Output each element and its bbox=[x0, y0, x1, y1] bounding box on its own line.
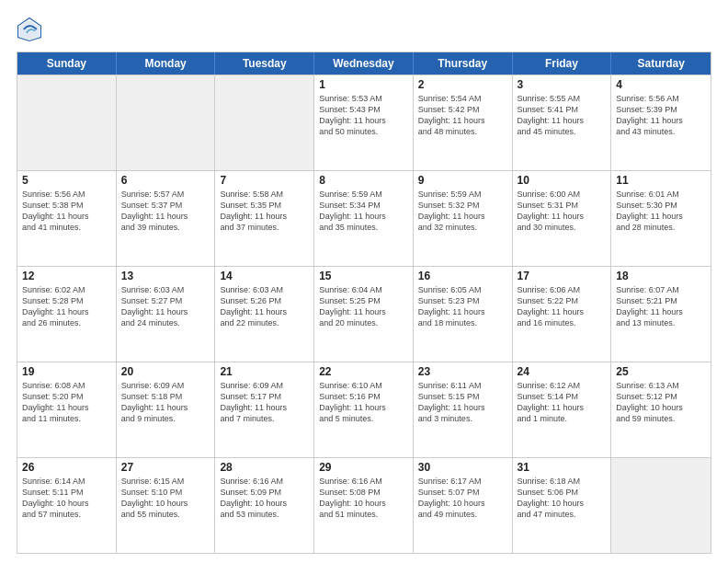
day-number: 22 bbox=[319, 365, 408, 378]
day-number: 17 bbox=[518, 270, 607, 282]
day-info: Sunrise: 5:56 AM Sunset: 5:39 PM Dayligh… bbox=[616, 93, 706, 138]
day-info: Sunrise: 5:55 AM Sunset: 5:41 PM Dayligh… bbox=[518, 93, 607, 138]
day-info: Sunrise: 6:01 AM Sunset: 5:30 PM Dayligh… bbox=[616, 189, 706, 234]
day-number: 14 bbox=[220, 270, 309, 282]
day-info: Sunrise: 6:07 AM Sunset: 5:21 PM Dayligh… bbox=[616, 284, 706, 329]
calendar-cell-3-7: 18Sunrise: 6:07 AM Sunset: 5:21 PM Dayli… bbox=[611, 267, 711, 362]
day-info: Sunrise: 6:13 AM Sunset: 5:12 PM Dayligh… bbox=[616, 380, 706, 425]
day-info: Sunrise: 6:00 AM Sunset: 5:31 PM Dayligh… bbox=[518, 189, 607, 234]
day-number: 24 bbox=[518, 365, 607, 378]
day-info: Sunrise: 5:56 AM Sunset: 5:38 PM Dayligh… bbox=[22, 189, 111, 234]
weekday-header-friday: Friday bbox=[513, 52, 612, 75]
day-number: 30 bbox=[418, 461, 507, 474]
day-number: 3 bbox=[518, 78, 607, 91]
day-number: 7 bbox=[220, 174, 309, 187]
calendar-cell-5-7 bbox=[611, 458, 711, 553]
calendar-header: SundayMondayTuesdayWednesdayThursdayFrid… bbox=[17, 52, 711, 75]
day-number: 21 bbox=[220, 365, 309, 378]
day-number: 4 bbox=[616, 78, 706, 91]
calendar-cell-2-6: 10Sunrise: 6:00 AM Sunset: 5:31 PM Dayli… bbox=[513, 171, 612, 266]
weekday-header-saturday: Saturday bbox=[611, 52, 711, 75]
day-info: Sunrise: 6:10 AM Sunset: 5:16 PM Dayligh… bbox=[319, 380, 408, 425]
day-info: Sunrise: 6:14 AM Sunset: 5:11 PM Dayligh… bbox=[22, 476, 111, 521]
calendar-cell-1-7: 4Sunrise: 5:56 AM Sunset: 5:39 PM Daylig… bbox=[611, 75, 711, 170]
day-number: 28 bbox=[220, 461, 309, 474]
day-number: 6 bbox=[121, 174, 210, 187]
day-info: Sunrise: 6:08 AM Sunset: 5:20 PM Dayligh… bbox=[22, 380, 111, 425]
day-info: Sunrise: 5:58 AM Sunset: 5:35 PM Dayligh… bbox=[220, 189, 309, 234]
day-number: 23 bbox=[418, 365, 507, 378]
calendar-cell-4-7: 25Sunrise: 6:13 AM Sunset: 5:12 PM Dayli… bbox=[611, 362, 711, 457]
weekday-header-sunday: Sunday bbox=[17, 52, 117, 75]
day-number: 27 bbox=[121, 461, 210, 474]
day-info: Sunrise: 6:09 AM Sunset: 5:18 PM Dayligh… bbox=[121, 380, 210, 425]
day-number: 25 bbox=[616, 365, 706, 378]
calendar-cell-3-4: 15Sunrise: 6:04 AM Sunset: 5:25 PM Dayli… bbox=[314, 267, 414, 362]
day-info: Sunrise: 6:03 AM Sunset: 5:27 PM Dayligh… bbox=[121, 284, 210, 329]
calendar-row-3: 12Sunrise: 6:02 AM Sunset: 5:28 PM Dayli… bbox=[17, 266, 711, 362]
calendar: SundayMondayTuesdayWednesdayThursdayFrid… bbox=[17, 52, 711, 554]
weekday-header-monday: Monday bbox=[117, 52, 216, 75]
day-info: Sunrise: 6:18 AM Sunset: 5:06 PM Dayligh… bbox=[518, 476, 607, 521]
day-info: Sunrise: 5:53 AM Sunset: 5:43 PM Dayligh… bbox=[319, 93, 408, 138]
calendar-cell-5-2: 27Sunrise: 6:15 AM Sunset: 5:10 PM Dayli… bbox=[117, 458, 216, 553]
weekday-header-thursday: Thursday bbox=[414, 52, 513, 75]
calendar-cell-5-5: 30Sunrise: 6:17 AM Sunset: 5:07 PM Dayli… bbox=[414, 458, 513, 553]
day-info: Sunrise: 5:59 AM Sunset: 5:32 PM Dayligh… bbox=[418, 189, 507, 234]
day-info: Sunrise: 6:11 AM Sunset: 5:15 PM Dayligh… bbox=[418, 380, 507, 425]
day-info: Sunrise: 6:03 AM Sunset: 5:26 PM Dayligh… bbox=[220, 284, 309, 329]
calendar-cell-4-2: 20Sunrise: 6:09 AM Sunset: 5:18 PM Dayli… bbox=[117, 362, 216, 457]
calendar-cell-1-3 bbox=[215, 75, 314, 170]
calendar-cell-1-4: 1Sunrise: 5:53 AM Sunset: 5:43 PM Daylig… bbox=[314, 75, 414, 170]
day-number: 9 bbox=[418, 174, 507, 187]
calendar-cell-1-6: 3Sunrise: 5:55 AM Sunset: 5:41 PM Daylig… bbox=[513, 75, 612, 170]
calendar-cell-2-3: 7Sunrise: 5:58 AM Sunset: 5:35 PM Daylig… bbox=[215, 171, 314, 266]
calendar-cell-3-6: 17Sunrise: 6:06 AM Sunset: 5:22 PM Dayli… bbox=[513, 267, 612, 362]
calendar-cell-1-2 bbox=[117, 75, 216, 170]
calendar-cell-1-5: 2Sunrise: 5:54 AM Sunset: 5:42 PM Daylig… bbox=[414, 75, 513, 170]
calendar-row-5: 26Sunrise: 6:14 AM Sunset: 5:11 PM Dayli… bbox=[17, 457, 711, 553]
calendar-row-4: 19Sunrise: 6:08 AM Sunset: 5:20 PM Dayli… bbox=[17, 362, 711, 457]
calendar-cell-2-1: 5Sunrise: 5:56 AM Sunset: 5:38 PM Daylig… bbox=[17, 171, 117, 266]
day-info: Sunrise: 6:05 AM Sunset: 5:23 PM Dayligh… bbox=[418, 284, 507, 329]
logo-icon bbox=[17, 17, 42, 42]
day-info: Sunrise: 6:16 AM Sunset: 5:09 PM Dayligh… bbox=[220, 476, 309, 521]
day-info: Sunrise: 5:57 AM Sunset: 5:37 PM Dayligh… bbox=[121, 189, 210, 234]
day-info: Sunrise: 6:16 AM Sunset: 5:08 PM Dayligh… bbox=[319, 476, 408, 521]
day-number: 19 bbox=[22, 365, 111, 378]
calendar-cell-2-7: 11Sunrise: 6:01 AM Sunset: 5:30 PM Dayli… bbox=[611, 171, 711, 266]
calendar-body: 1Sunrise: 5:53 AM Sunset: 5:43 PM Daylig… bbox=[17, 75, 711, 553]
calendar-cell-5-6: 31Sunrise: 6:18 AM Sunset: 5:06 PM Dayli… bbox=[513, 458, 612, 553]
day-info: Sunrise: 6:17 AM Sunset: 5:07 PM Dayligh… bbox=[418, 476, 507, 521]
calendar-cell-4-6: 24Sunrise: 6:12 AM Sunset: 5:14 PM Dayli… bbox=[513, 362, 612, 457]
day-number: 12 bbox=[22, 270, 111, 282]
day-number: 5 bbox=[22, 174, 111, 187]
calendar-cell-4-5: 23Sunrise: 6:11 AM Sunset: 5:15 PM Dayli… bbox=[414, 362, 513, 457]
calendar-cell-2-4: 8Sunrise: 5:59 AM Sunset: 5:34 PM Daylig… bbox=[314, 171, 414, 266]
day-number: 16 bbox=[418, 270, 507, 282]
day-number: 2 bbox=[418, 78, 507, 91]
day-info: Sunrise: 6:06 AM Sunset: 5:22 PM Dayligh… bbox=[518, 284, 607, 329]
day-number: 31 bbox=[518, 461, 607, 474]
day-info: Sunrise: 6:04 AM Sunset: 5:25 PM Dayligh… bbox=[319, 284, 408, 329]
calendar-row-2: 5Sunrise: 5:56 AM Sunset: 5:38 PM Daylig… bbox=[17, 170, 711, 266]
calendar-cell-4-3: 21Sunrise: 6:09 AM Sunset: 5:17 PM Dayli… bbox=[215, 362, 314, 457]
calendar-cell-4-1: 19Sunrise: 6:08 AM Sunset: 5:20 PM Dayli… bbox=[17, 362, 117, 457]
day-number: 8 bbox=[319, 174, 408, 187]
calendar-row-1: 1Sunrise: 5:53 AM Sunset: 5:43 PM Daylig… bbox=[17, 75, 711, 170]
calendar-cell-5-3: 28Sunrise: 6:16 AM Sunset: 5:09 PM Dayli… bbox=[215, 458, 314, 553]
header bbox=[17, 17, 711, 42]
day-number: 15 bbox=[319, 270, 408, 282]
day-number: 1 bbox=[319, 78, 408, 91]
day-info: Sunrise: 5:59 AM Sunset: 5:34 PM Dayligh… bbox=[319, 189, 408, 234]
day-number: 11 bbox=[616, 174, 706, 187]
weekday-header-wednesday: Wednesday bbox=[314, 52, 414, 75]
calendar-cell-3-2: 13Sunrise: 6:03 AM Sunset: 5:27 PM Dayli… bbox=[117, 267, 216, 362]
day-info: Sunrise: 5:54 AM Sunset: 5:42 PM Dayligh… bbox=[418, 93, 507, 138]
calendar-cell-2-5: 9Sunrise: 5:59 AM Sunset: 5:32 PM Daylig… bbox=[414, 171, 513, 266]
calendar-cell-2-2: 6Sunrise: 5:57 AM Sunset: 5:37 PM Daylig… bbox=[117, 171, 216, 266]
logo bbox=[17, 17, 46, 42]
day-info: Sunrise: 6:12 AM Sunset: 5:14 PM Dayligh… bbox=[518, 380, 607, 425]
day-number: 29 bbox=[319, 461, 408, 474]
calendar-cell-3-5: 16Sunrise: 6:05 AM Sunset: 5:23 PM Dayli… bbox=[414, 267, 513, 362]
